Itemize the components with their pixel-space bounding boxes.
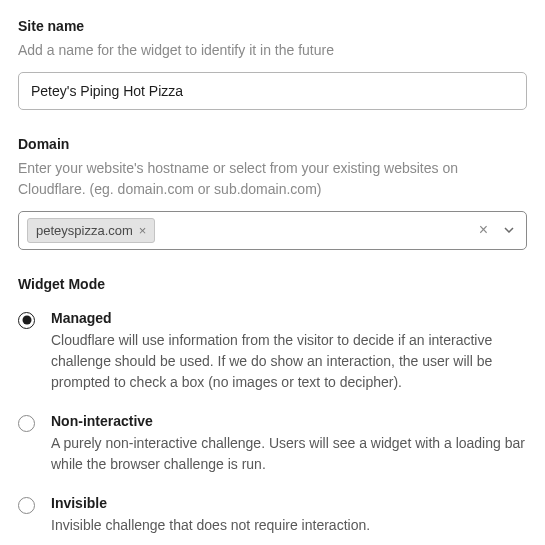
radio-content: Invisible Invisible challenge that does … <box>51 495 527 536</box>
radio-description: Cloudflare will use information from the… <box>51 330 527 393</box>
widget-mode-radio-list: Managed Cloudflare will use information … <box>18 310 527 536</box>
widget-mode-group: Widget Mode Managed Cloudflare will use … <box>18 276 527 536</box>
radio-title: Non-interactive <box>51 413 527 429</box>
widget-mode-label: Widget Mode <box>18 276 527 292</box>
clear-all-icon[interactable]: × <box>473 222 494 238</box>
radio-description: A purely non-interactive challenge. User… <box>51 433 527 475</box>
domain-tag-text: peteyspizza.com <box>36 223 133 238</box>
site-name-description: Add a name for the widget to identify it… <box>18 40 527 60</box>
radio-icon[interactable] <box>18 497 35 514</box>
site-name-input[interactable] <box>18 72 527 110</box>
radio-title: Invisible <box>51 495 527 511</box>
radio-description: Invisible challenge that does not requir… <box>51 515 527 536</box>
chevron-down-icon[interactable] <box>500 227 518 233</box>
widget-mode-option-managed[interactable]: Managed Cloudflare will use information … <box>18 310 527 393</box>
radio-title: Managed <box>51 310 527 326</box>
radio-content: Managed Cloudflare will use information … <box>51 310 527 393</box>
widget-mode-option-invisible[interactable]: Invisible Invisible challenge that does … <box>18 495 527 536</box>
domain-tag: peteyspizza.com × <box>27 218 155 243</box>
site-name-label: Site name <box>18 18 527 34</box>
radio-icon[interactable] <box>18 312 35 329</box>
domain-group: Domain Enter your website's hostname or … <box>18 136 527 250</box>
site-name-group: Site name Add a name for the widget to i… <box>18 18 527 110</box>
domain-select[interactable]: peteyspizza.com × × <box>18 211 527 250</box>
domain-label: Domain <box>18 136 527 152</box>
radio-icon[interactable] <box>18 415 35 432</box>
close-icon[interactable]: × <box>139 224 147 237</box>
widget-mode-option-non-interactive[interactable]: Non-interactive A purely non-interactive… <box>18 413 527 475</box>
domain-description: Enter your website's hostname or select … <box>18 158 527 199</box>
radio-content: Non-interactive A purely non-interactive… <box>51 413 527 475</box>
